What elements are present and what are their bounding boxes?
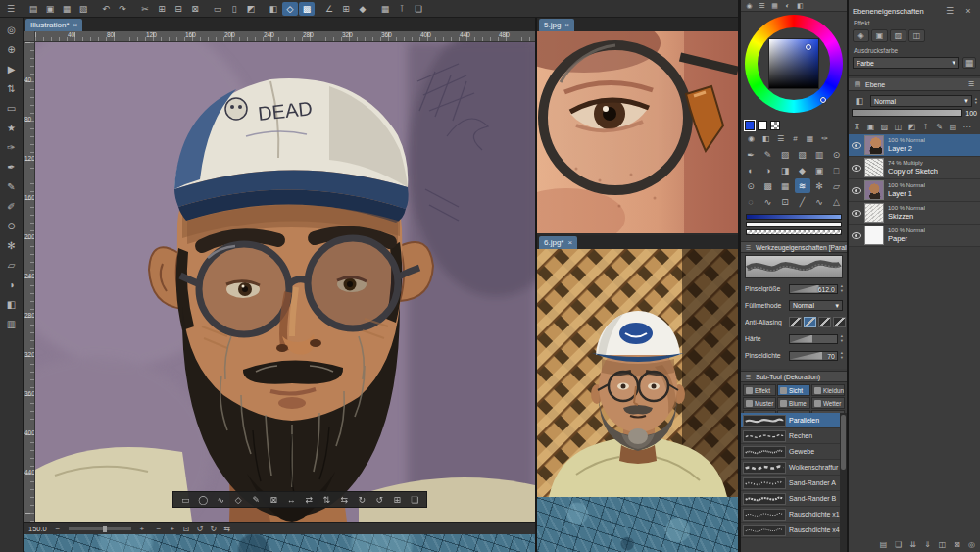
menu-icon[interactable]: ☰ (3, 2, 19, 16)
zoom-in-icon[interactable]: + (136, 524, 148, 534)
pen-icon[interactable]: ✒ (3, 160, 21, 175)
canvas-new-icon[interactable]: ▤ (25, 2, 41, 16)
gradient-swatch[interactable] (746, 214, 842, 220)
sv-mode-icon[interactable]: ◧ (760, 133, 772, 144)
redo-icon[interactable]: ↷ (115, 2, 130, 16)
pixel-grid-icon[interactable]: ⊞ (389, 493, 405, 507)
brush-density-slider[interactable]: 70 (789, 351, 838, 361)
deselect-icon[interactable]: ▯ (226, 2, 242, 16)
mask-create-icon[interactable]: ◫ (892, 121, 905, 132)
snap-grid-icon[interactable]: ⊞ (338, 2, 354, 16)
rect-select-icon[interactable]: ▭ (177, 493, 193, 507)
save-icon[interactable]: ▦ (59, 2, 74, 16)
onion-icon[interactable]: ▤ (947, 121, 959, 132)
transparent-swatch[interactable] (746, 229, 842, 235)
snap-ruler-icon[interactable]: ∠ (321, 2, 337, 16)
view-ruler-icon[interactable]: ⊺ (394, 2, 410, 16)
layer-row[interactable]: 100 % NormalSkizzen (849, 202, 980, 225)
rotate-view-icon[interactable]: ↻ (354, 493, 369, 507)
sv-cursor[interactable] (806, 44, 811, 50)
pencil-icon[interactable]: ✎ (3, 179, 21, 194)
set-tab-icon[interactable]: ▦ (769, 1, 780, 11)
close-icon[interactable]: × (564, 21, 569, 29)
spin-down-icon[interactable]: ▾ (841, 356, 843, 361)
flip-h-icon[interactable]: ⇆ (221, 524, 233, 534)
extract-line-icon[interactable]: ▣ (871, 29, 888, 42)
tone-effect-icon[interactable]: ▨ (890, 29, 906, 42)
category-muster[interactable]: Muster (743, 397, 776, 409)
invert-selection-icon[interactable]: ◩ (243, 2, 259, 16)
paste-icon[interactable]: ⊟ (171, 2, 186, 16)
brush-item[interactable]: Rauschdichte x1 (741, 507, 840, 523)
transparent-color-chip[interactable] (770, 121, 780, 130)
more-dots-icon[interactable]: ⋯ (960, 121, 973, 132)
spin-down-icon[interactable]: ▾ (841, 289, 843, 294)
layer-blend-dropdown[interactable]: Normal ▾ (870, 95, 972, 107)
new-folder-icon[interactable]: ❏ (892, 538, 905, 550)
pencil-icon[interactable]: ✎ (760, 147, 776, 162)
spin-down-icon[interactable]: ▾ (975, 101, 977, 106)
white-swatch[interactable] (746, 222, 842, 227)
new-layer-icon[interactable]: ▤ (877, 538, 890, 550)
zoom-out-icon[interactable]: − (153, 524, 165, 534)
category-sicht[interactable]: Sicht (777, 384, 810, 396)
snap-special-icon[interactable]: ◆ (355, 2, 370, 16)
zoom-slider[interactable] (69, 527, 131, 530)
search-icon[interactable]: ◎ (965, 538, 978, 550)
spray-icon[interactable]: ⊙ (743, 178, 759, 193)
stamp-icon[interactable]: ⊡ (777, 194, 793, 209)
lock-alpha-icon[interactable]: ▨ (878, 121, 891, 132)
polyline-icon[interactable]: ◇ (230, 493, 246, 507)
texture-icon[interactable]: ▩ (760, 178, 776, 193)
magnifier-icon[interactable]: ◎ (3, 23, 21, 37)
eraser-icon[interactable]: ▱ (3, 258, 21, 273)
panel-menu-icon[interactable]: ☰ (744, 373, 753, 381)
panel-menu-icon[interactable]: ☰ (942, 4, 957, 18)
aa-middle-button[interactable] (818, 317, 831, 327)
brush-item[interactable]: Gewebe (741, 444, 840, 460)
operation-icon[interactable]: ▶ (3, 62, 21, 76)
swatch-mode-icon[interactable]: ▦ (804, 133, 816, 144)
charcoal-icon[interactable]: ▣ (811, 163, 827, 177)
layer-move-icon[interactable]: ⇅ (3, 81, 21, 96)
reference-window-photo[interactable] (537, 249, 738, 497)
hue-mode-icon[interactable]: ◉ (745, 133, 758, 144)
hardness-slider[interactable] (789, 334, 838, 344)
zoom-in-icon[interactable]: + (167, 524, 178, 534)
decoration-icon[interactable]: ✻ (811, 178, 827, 193)
brush-item[interactable]: Sand-Rander A (741, 476, 840, 491)
chalk-icon[interactable]: □ (829, 163, 845, 177)
eraser-icon[interactable]: ▱ (829, 178, 845, 193)
pen-icon[interactable]: ✒ (743, 147, 759, 162)
layer-opacity-slider[interactable] (852, 109, 962, 117)
ink-icon[interactable]: ◆ (795, 163, 810, 177)
shape-icon[interactable]: △ (829, 194, 845, 209)
category-effekt[interactable]: Effekt (743, 384, 776, 396)
smudge-icon[interactable]: ∿ (760, 194, 776, 209)
hue-cursor[interactable] (820, 97, 826, 103)
line-icon[interactable]: ╱ (795, 194, 810, 209)
category-kleidung[interactable]: Kleidung (811, 384, 845, 396)
ellipse-select-icon[interactable]: ◯ (195, 493, 211, 507)
material-icon[interactable]: ❏ (411, 2, 426, 16)
rotate-left-icon[interactable]: ↺ (194, 524, 206, 534)
rotate-right-icon[interactable]: ↻ (208, 524, 220, 534)
visibility-toggle[interactable] (849, 232, 863, 239)
decoration-icon[interactable]: ✻ (3, 238, 21, 253)
close-icon[interactable]: × (567, 238, 572, 247)
eyedropper-icon[interactable]: ✑ (3, 140, 21, 155)
lock-layer-icon[interactable]: ▣ (864, 121, 877, 132)
reference-tab-top[interactable]: 5.jpg × (539, 19, 574, 31)
aa-weak-button[interactable] (804, 317, 816, 327)
select-move-icon[interactable]: ⇄ (301, 493, 317, 507)
canvas-open-icon[interactable]: ▣ (42, 2, 58, 16)
sv-square[interactable] (768, 38, 819, 89)
slider-tab-icon[interactable]: ☰ (757, 1, 767, 11)
layer-row[interactable]: 100 % NormalLayer 2 (849, 134, 980, 157)
aa-strong-button[interactable] (833, 317, 846, 327)
panel-menu-icon[interactable]: ☰ (966, 79, 976, 89)
reference-tab-bottom[interactable]: 6.jpg* × (539, 236, 577, 249)
history-tab-icon[interactable]: ◐ (782, 1, 793, 11)
main-color-chip[interactable] (745, 121, 755, 130)
layer-palette-tab[interactable]: Ebene (865, 81, 885, 88)
